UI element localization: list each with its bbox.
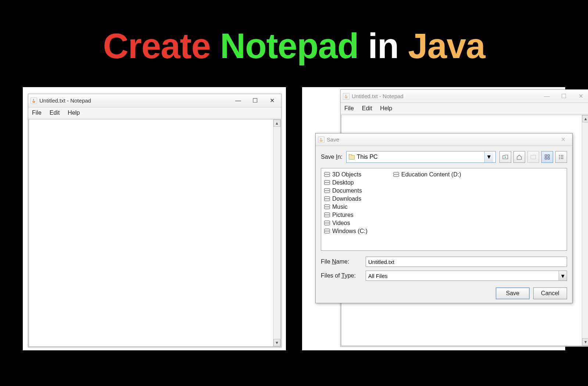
list-item[interactable]: Pictures [324,212,368,218]
maximize-button[interactable]: ☐ [560,92,568,100]
drive-icon [324,221,330,226]
svg-rect-6 [559,158,560,159]
file-type-combobox[interactable]: All Files ▼ [366,271,567,281]
list-item[interactable]: Windows (C:) [324,228,368,235]
notepad-bg-menubar: File Edit Help [341,103,588,114]
save-dialog-title: Save [327,136,339,143]
file-list-pane[interactable]: 3D Objects Desktop Documents Downloads M… [321,168,567,251]
save-in-label: Save In: [321,154,343,160]
page-heading: Create Notepad in Java [0,0,588,66]
new-folder-button [527,151,539,163]
list-item[interactable]: Videos [324,220,368,226]
save-in-value: This PC [357,154,378,160]
drive-icon [324,229,330,234]
cancel-button[interactable]: Cancel [533,287,567,299]
maximize-button[interactable]: ☐ [251,97,259,105]
save-in-combobox[interactable]: This PC ▼ [346,151,496,163]
notepad-title: Untitled.txt - Notepad [39,97,91,104]
chevron-down-icon[interactable]: ▼ [484,151,493,162]
chevron-down-icon[interactable]: ▼ [559,271,567,280]
svg-rect-0 [545,155,547,157]
menu-edit[interactable]: Edit [361,104,374,112]
menu-help[interactable]: Help [66,109,81,117]
heading-word-1: Create [103,26,211,65]
list-item[interactable]: Music [324,204,368,210]
drive-icon [324,188,330,193]
list-item[interactable]: Downloads [324,196,368,202]
notepad-bg-title: Untitled.txt - Notepad [352,93,404,99]
drive-icon [324,204,330,210]
list-view-button[interactable] [555,151,567,163]
text-editor[interactable]: ▲ ▼ [29,119,281,347]
drive-icon [324,180,330,185]
left-panel: Untitled.txt - Notepad — ☐ ✕ File Edit H… [22,86,287,351]
right-panel: Untitled.txt - Notepad — ☐ ✕ File Edit H… [301,86,566,351]
drive-icon [324,196,330,201]
file-name-input[interactable]: Untitled.txt [366,257,567,267]
home-button[interactable] [513,151,525,163]
minimize-button[interactable]: — [543,92,551,100]
scroll-up-icon[interactable]: ▲ [273,119,280,127]
java-icon [318,136,325,143]
scroll-down-icon[interactable]: ▼ [582,338,588,346]
java-icon [343,93,349,100]
list-item[interactable]: Documents [324,187,368,194]
notepad-window: Untitled.txt - Notepad — ☐ ✕ File Edit H… [28,94,282,347]
java-icon [31,97,37,104]
list-item[interactable]: Desktop [324,179,368,186]
icon-view-button[interactable] [541,151,553,163]
menu-help[interactable]: Help [379,104,394,112]
svg-rect-1 [548,155,550,157]
menu-file[interactable]: File [31,109,43,117]
heading-word-3: in [368,26,398,65]
heading-word-2: Notepad [220,26,359,65]
close-button[interactable]: ✕ [268,97,276,105]
drive-icon [324,172,330,177]
save-dialog: Save ✕ Save In: This PC ▼ [315,133,573,303]
save-button[interactable]: Save [496,287,530,299]
list-item[interactable]: 3D Objects [324,171,368,178]
vertical-scrollbar[interactable]: ▲ ▼ [582,115,588,346]
folder-icon [349,154,355,160]
menu-file[interactable]: File [343,104,355,112]
list-item[interactable]: Education Content (D:) [393,171,461,178]
file-column-2: Education Content (D:) [393,171,461,247]
file-column-1: 3D Objects Desktop Documents Downloads M… [324,171,368,247]
notepad-bg-titlebar: Untitled.txt - Notepad — ☐ ✕ [341,90,588,103]
heading-word-4: Java [408,26,485,65]
svg-rect-2 [545,158,547,160]
close-button[interactable]: ✕ [577,92,585,100]
drive-icon [393,172,399,177]
svg-rect-4 [559,155,560,156]
file-type-label: Files of Type: [321,272,361,279]
menu-edit[interactable]: Edit [48,109,61,117]
scroll-up-icon[interactable]: ▲ [582,115,588,122]
svg-rect-5 [559,157,560,157]
notepad-menubar: File Edit Help [28,107,281,118]
vertical-scrollbar[interactable]: ▲ ▼ [273,119,280,346]
scroll-down-icon[interactable]: ▼ [273,339,280,346]
notepad-titlebar[interactable]: Untitled.txt - Notepad — ☐ ✕ [28,94,281,107]
drive-icon [324,212,330,218]
svg-rect-3 [548,158,550,160]
minimize-button[interactable]: — [234,97,242,105]
save-dialog-titlebar[interactable]: Save ✕ [316,133,572,146]
up-folder-button[interactable] [499,151,511,163]
file-name-label: File Name: [321,258,361,265]
close-button[interactable]: ✕ [559,136,567,144]
